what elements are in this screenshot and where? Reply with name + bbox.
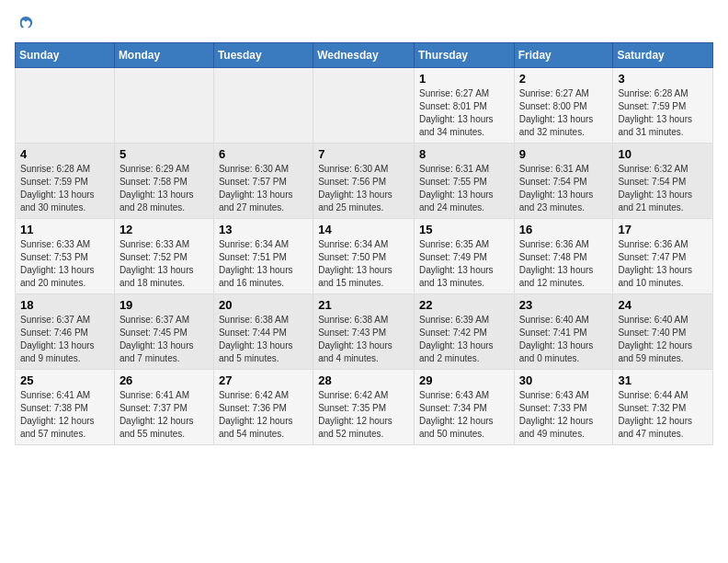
- day-number: 16: [519, 223, 609, 236]
- day-cell: 16Sunrise: 6:36 AM Sunset: 7:48 PM Dayli…: [514, 219, 613, 294]
- day-cell: 18Sunrise: 6:37 AM Sunset: 7:46 PM Dayli…: [16, 294, 115, 370]
- day-info: Sunrise: 6:38 AM Sunset: 7:43 PM Dayligh…: [318, 314, 409, 365]
- header-cell-saturday: Saturday: [613, 43, 713, 68]
- day-info: Sunrise: 6:44 AM Sunset: 7:32 PM Dayligh…: [618, 389, 708, 441]
- day-cell: 27Sunrise: 6:42 AM Sunset: 7:36 PM Dayli…: [213, 370, 313, 445]
- calendar-table: SundayMondayTuesdayWednesdayThursdayFrid…: [15, 42, 713, 445]
- header-cell-thursday: Thursday: [414, 43, 514, 68]
- day-info: Sunrise: 6:36 AM Sunset: 7:48 PM Dayligh…: [519, 238, 609, 290]
- day-cell: [313, 68, 415, 144]
- day-number: 9: [519, 147, 609, 161]
- day-info: Sunrise: 6:27 AM Sunset: 8:00 PM Dayligh…: [519, 87, 609, 139]
- logo-bird-icon: [17, 15, 35, 33]
- header-cell-monday: Monday: [114, 43, 213, 68]
- calendar-header: SundayMondayTuesdayWednesdayThursdayFrid…: [16, 43, 713, 68]
- day-cell: 12Sunrise: 6:33 AM Sunset: 7:52 PM Dayli…: [114, 219, 213, 294]
- day-info: Sunrise: 6:34 AM Sunset: 7:51 PM Dayligh…: [219, 238, 308, 290]
- day-number: 2: [519, 72, 609, 86]
- day-number: 27: [219, 373, 308, 387]
- day-cell: 23Sunrise: 6:40 AM Sunset: 7:41 PM Dayli…: [514, 294, 613, 370]
- day-cell: 6Sunrise: 6:30 AM Sunset: 7:57 PM Daylig…: [213, 144, 313, 219]
- day-number: 10: [618, 147, 708, 161]
- day-number: 11: [20, 223, 109, 236]
- week-row-3: 11Sunrise: 6:33 AM Sunset: 7:53 PM Dayli…: [16, 219, 713, 294]
- day-number: 17: [618, 223, 708, 236]
- day-info: Sunrise: 6:40 AM Sunset: 7:40 PM Dayligh…: [618, 314, 708, 365]
- day-info: Sunrise: 6:33 AM Sunset: 7:52 PM Dayligh…: [119, 238, 209, 290]
- day-cell: 19Sunrise: 6:37 AM Sunset: 7:45 PM Dayli…: [114, 294, 213, 370]
- day-cell: 13Sunrise: 6:34 AM Sunset: 7:51 PM Dayli…: [213, 219, 313, 294]
- day-cell: 3Sunrise: 6:28 AM Sunset: 7:59 PM Daylig…: [613, 68, 713, 144]
- day-info: Sunrise: 6:35 AM Sunset: 7:49 PM Dayligh…: [419, 238, 509, 290]
- day-number: 1: [419, 72, 509, 86]
- day-number: 24: [618, 298, 708, 312]
- day-number: 20: [219, 298, 308, 312]
- day-number: 22: [419, 298, 509, 312]
- day-info: Sunrise: 6:27 AM Sunset: 8:01 PM Dayligh…: [419, 87, 509, 139]
- page-header: [15, 15, 713, 33]
- day-cell: [213, 68, 313, 144]
- day-number: 29: [419, 373, 509, 387]
- day-number: 18: [20, 298, 109, 312]
- day-number: 26: [119, 373, 209, 387]
- day-cell: 2Sunrise: 6:27 AM Sunset: 8:00 PM Daylig…: [514, 68, 613, 144]
- day-cell: 25Sunrise: 6:41 AM Sunset: 7:38 PM Dayli…: [16, 370, 115, 445]
- header-cell-wednesday: Wednesday: [313, 43, 415, 68]
- week-row-4: 18Sunrise: 6:37 AM Sunset: 7:46 PM Dayli…: [16, 294, 713, 370]
- day-cell: 1Sunrise: 6:27 AM Sunset: 8:01 PM Daylig…: [414, 68, 514, 144]
- day-cell: 11Sunrise: 6:33 AM Sunset: 7:53 PM Dayli…: [16, 219, 115, 294]
- week-row-1: 1Sunrise: 6:27 AM Sunset: 8:01 PM Daylig…: [16, 68, 713, 144]
- day-number: 23: [519, 298, 609, 312]
- day-cell: 15Sunrise: 6:35 AM Sunset: 7:49 PM Dayli…: [414, 219, 514, 294]
- day-info: Sunrise: 6:31 AM Sunset: 7:54 PM Dayligh…: [519, 163, 609, 214]
- day-info: Sunrise: 6:38 AM Sunset: 7:44 PM Dayligh…: [219, 314, 308, 365]
- day-info: Sunrise: 6:28 AM Sunset: 7:59 PM Dayligh…: [20, 163, 109, 214]
- day-cell: 26Sunrise: 6:41 AM Sunset: 7:37 PM Dayli…: [114, 370, 213, 445]
- day-cell: 20Sunrise: 6:38 AM Sunset: 7:44 PM Dayli…: [213, 294, 313, 370]
- day-number: 30: [519, 373, 609, 387]
- day-cell: 28Sunrise: 6:42 AM Sunset: 7:35 PM Dayli…: [313, 370, 415, 445]
- day-cell: [114, 68, 213, 144]
- day-cell: 4Sunrise: 6:28 AM Sunset: 7:59 PM Daylig…: [16, 144, 115, 219]
- day-info: Sunrise: 6:34 AM Sunset: 7:50 PM Dayligh…: [318, 238, 409, 290]
- day-info: Sunrise: 6:30 AM Sunset: 7:57 PM Dayligh…: [219, 163, 308, 214]
- day-info: Sunrise: 6:42 AM Sunset: 7:36 PM Dayligh…: [219, 389, 308, 441]
- day-number: 13: [219, 223, 308, 236]
- day-info: Sunrise: 6:39 AM Sunset: 7:42 PM Dayligh…: [419, 314, 509, 365]
- day-number: 6: [219, 147, 308, 161]
- header-row: SundayMondayTuesdayWednesdayThursdayFrid…: [16, 43, 713, 68]
- day-cell: 7Sunrise: 6:30 AM Sunset: 7:56 PM Daylig…: [313, 144, 415, 219]
- week-row-5: 25Sunrise: 6:41 AM Sunset: 7:38 PM Dayli…: [16, 370, 713, 445]
- day-cell: 17Sunrise: 6:36 AM Sunset: 7:47 PM Dayli…: [613, 219, 713, 294]
- day-number: 15: [419, 223, 509, 236]
- day-info: Sunrise: 6:29 AM Sunset: 7:58 PM Dayligh…: [119, 163, 209, 214]
- day-info: Sunrise: 6:33 AM Sunset: 7:53 PM Dayligh…: [20, 238, 109, 290]
- day-number: 4: [20, 147, 109, 161]
- day-number: 31: [618, 373, 708, 387]
- day-cell: 5Sunrise: 6:29 AM Sunset: 7:58 PM Daylig…: [114, 144, 213, 219]
- day-number: 28: [318, 373, 409, 387]
- day-cell: 29Sunrise: 6:43 AM Sunset: 7:34 PM Dayli…: [414, 370, 514, 445]
- day-info: Sunrise: 6:43 AM Sunset: 7:33 PM Dayligh…: [519, 389, 609, 441]
- day-cell: 8Sunrise: 6:31 AM Sunset: 7:55 PM Daylig…: [414, 144, 514, 219]
- day-number: 12: [119, 223, 209, 236]
- day-info: Sunrise: 6:41 AM Sunset: 7:37 PM Dayligh…: [119, 389, 209, 441]
- day-cell: 10Sunrise: 6:32 AM Sunset: 7:54 PM Dayli…: [613, 144, 713, 219]
- day-number: 14: [318, 223, 409, 236]
- day-info: Sunrise: 6:28 AM Sunset: 7:59 PM Dayligh…: [618, 87, 708, 139]
- day-cell: [16, 68, 115, 144]
- day-info: Sunrise: 6:42 AM Sunset: 7:35 PM Dayligh…: [318, 389, 409, 441]
- header-cell-tuesday: Tuesday: [213, 43, 313, 68]
- day-info: Sunrise: 6:31 AM Sunset: 7:55 PM Dayligh…: [419, 163, 509, 214]
- day-info: Sunrise: 6:32 AM Sunset: 7:54 PM Dayligh…: [618, 163, 708, 214]
- day-number: 21: [318, 298, 409, 312]
- day-number: 25: [20, 373, 109, 387]
- day-info: Sunrise: 6:30 AM Sunset: 7:56 PM Dayligh…: [318, 163, 409, 214]
- day-number: 5: [119, 147, 209, 161]
- day-cell: 9Sunrise: 6:31 AM Sunset: 7:54 PM Daylig…: [514, 144, 613, 219]
- header-cell-friday: Friday: [514, 43, 613, 68]
- header-cell-sunday: Sunday: [16, 43, 115, 68]
- day-info: Sunrise: 6:37 AM Sunset: 7:46 PM Dayligh…: [20, 314, 109, 365]
- day-cell: 14Sunrise: 6:34 AM Sunset: 7:50 PM Dayli…: [313, 219, 415, 294]
- logo: [15, 15, 37, 33]
